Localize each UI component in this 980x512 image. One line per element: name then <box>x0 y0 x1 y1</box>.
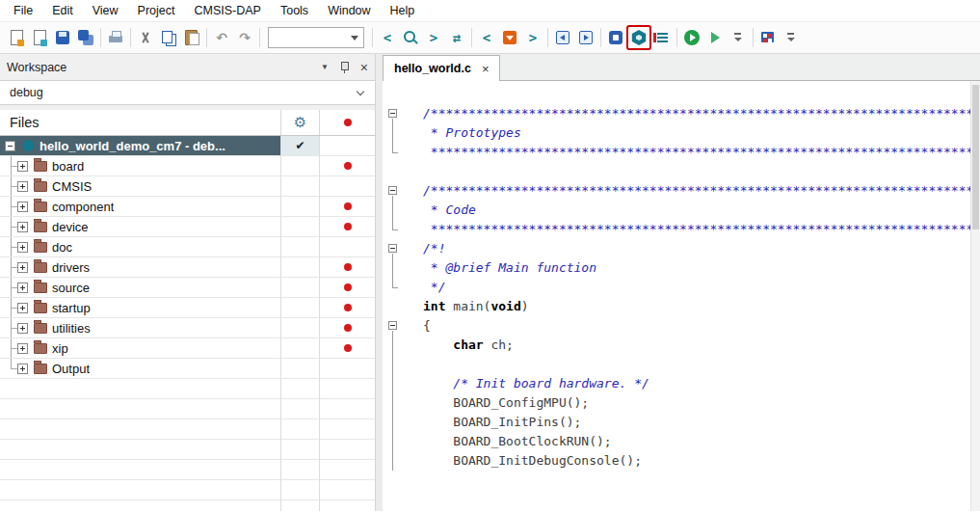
new-file-icon <box>8 29 25 46</box>
undo-button[interactable] <box>210 26 233 49</box>
redo-button[interactable] <box>233 26 256 49</box>
fold-margin[interactable] <box>383 316 411 336</box>
overflow-button[interactable] <box>780 26 803 49</box>
menu-item-tools[interactable]: Tools <box>271 1 318 20</box>
tree-empty-row[interactable] <box>0 379 375 399</box>
menu-item-cmsis-dap[interactable]: CMSIS-DAP <box>184 1 270 20</box>
tree-row-utilities[interactable]: utilities <box>0 318 375 338</box>
expander-icon[interactable] <box>17 323 28 334</box>
fold-margin[interactable] <box>383 181 411 201</box>
paste-button[interactable] <box>180 26 203 49</box>
build-button[interactable] <box>627 26 650 49</box>
tree-empty-row[interactable] <box>0 399 375 419</box>
code-token: void <box>490 299 520 313</box>
expander-icon[interactable] <box>17 343 28 354</box>
tree-empty-row[interactable] <box>0 500 375 511</box>
tree-row-hello-world-demo-cm7-deb[interactable]: hello_world_demo_cm7 - deb...✔ <box>0 136 375 156</box>
menu-item-help[interactable]: Help <box>381 1 425 20</box>
tree-empty-row[interactable] <box>0 419 375 440</box>
close-panel-icon[interactable]: × <box>360 61 368 74</box>
clean-button[interactable] <box>650 26 674 49</box>
expander-icon[interactable] <box>5 141 15 151</box>
code-token: BOARD_BootClockRUN(); <box>423 434 612 448</box>
new-file-button[interactable] <box>5 26 28 49</box>
menu-item-window[interactable]: Window <box>318 1 380 20</box>
tree-row-source[interactable]: source <box>0 278 375 298</box>
save-button[interactable] <box>51 26 74 49</box>
next-error-button[interactable] <box>521 26 544 49</box>
fold-collapse-icon[interactable] <box>388 186 397 195</box>
tree-row-xip[interactable]: xip <box>0 338 375 359</box>
bookmark-button[interactable] <box>498 26 521 49</box>
expander-icon[interactable] <box>17 283 28 293</box>
expander-icon[interactable] <box>17 161 28 172</box>
tree-row-component[interactable]: component <box>0 197 375 217</box>
toolbar-separator <box>676 28 677 47</box>
nav-back-button[interactable] <box>376 26 399 49</box>
expander-icon[interactable] <box>17 181 28 192</box>
overflow-button[interactable] <box>727 26 750 49</box>
tree-row-device[interactable]: device <box>0 217 375 237</box>
menu-item-edit[interactable]: Edit <box>42 1 83 20</box>
tree-row-name: CMSIS <box>0 176 281 197</box>
save-all-button[interactable] <box>74 26 97 49</box>
find-button[interactable] <box>399 26 422 49</box>
menu-item-view[interactable]: View <box>83 1 128 20</box>
tree-empty-row[interactable] <box>0 440 375 460</box>
fold-margin[interactable] <box>383 104 411 123</box>
tree-connector <box>5 237 17 256</box>
menu-item-project[interactable]: Project <box>128 1 185 20</box>
target-button[interactable] <box>756 26 780 49</box>
code-text <box>411 162 423 181</box>
code-line: /***************************************… <box>383 104 980 123</box>
fold-collapse-icon[interactable] <box>388 244 397 253</box>
compile-file-button[interactable] <box>604 26 627 49</box>
panel-splitter[interactable] <box>376 54 383 511</box>
editor-scrollbar[interactable] <box>970 81 980 511</box>
tree-row-cmsis[interactable]: CMSIS <box>0 176 375 197</box>
tree-row-options <box>281 359 320 379</box>
tree-row-startup[interactable]: startup <box>0 298 375 318</box>
run-button[interactable] <box>703 26 727 49</box>
print-button[interactable] <box>104 26 127 49</box>
debug-run-button[interactable] <box>680 26 703 49</box>
copy-button[interactable] <box>157 26 180 49</box>
build-configuration-dropdown[interactable]: debug <box>0 80 375 105</box>
expander-icon[interactable] <box>17 303 28 313</box>
prev-location-button[interactable] <box>551 26 574 49</box>
tree-row-doc[interactable]: doc <box>0 237 375 257</box>
tab-close-icon[interactable]: × <box>482 62 490 76</box>
switch-file-button[interactable] <box>445 26 468 49</box>
prev-error-button[interactable] <box>475 26 498 49</box>
pin-icon[interactable] <box>339 61 350 74</box>
tab-hello-world-c[interactable]: hello_world.c× <box>383 55 500 81</box>
tree-row-board[interactable]: board <box>0 156 375 176</box>
find-combo[interactable] <box>268 27 364 48</box>
fold-collapse-icon[interactable] <box>388 109 397 118</box>
expander-icon[interactable] <box>17 202 28 212</box>
toolbar-separator <box>259 28 260 47</box>
chevron-down-icon[interactable] <box>351 36 358 40</box>
tree-label: CMSIS <box>52 179 92 194</box>
tree-connector <box>5 197 17 216</box>
open-file-button[interactable] <box>28 26 51 49</box>
expander-icon[interactable] <box>17 242 28 253</box>
tree-empty-row[interactable] <box>0 480 375 500</box>
nav-forward-button[interactable] <box>422 26 445 49</box>
fold-collapse-icon[interactable] <box>388 321 397 330</box>
expander-icon[interactable] <box>17 262 28 273</box>
expander-icon[interactable] <box>17 364 28 374</box>
tree-row-drivers[interactable]: drivers <box>0 257 375 278</box>
fold-margin[interactable] <box>383 239 411 258</box>
expander-icon[interactable] <box>17 222 28 232</box>
scrollbar-thumb[interactable] <box>972 85 979 229</box>
cut-button[interactable] <box>134 26 157 49</box>
code-token: * @brief Main function <box>423 260 596 275</box>
gear-icon[interactable]: ⚙ <box>281 110 320 135</box>
menu-item-file[interactable]: File <box>4 1 42 20</box>
tree-empty-row[interactable] <box>0 460 375 480</box>
next-location-button[interactable] <box>574 26 597 49</box>
fold-margin <box>383 123 411 143</box>
panel-menu-icon[interactable]: ▼ <box>321 63 329 71</box>
tree-row-output[interactable]: Output <box>0 359 375 379</box>
